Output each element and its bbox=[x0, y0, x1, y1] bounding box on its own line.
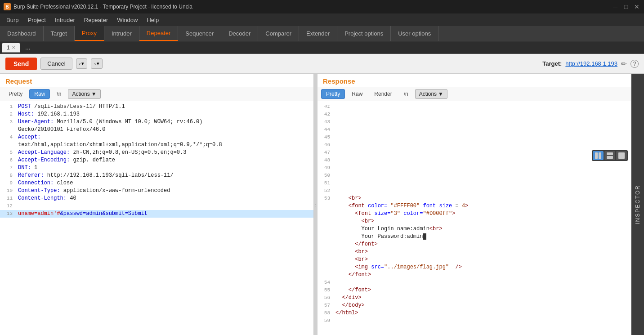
request-tab-raw[interactable]: Raw bbox=[29, 89, 50, 99]
main-tab-bar: Dashboard Target Proxy Intruder Repeater… bbox=[0, 26, 644, 41]
req-line-5: 5 Accept-Language: zh-CN,zh;q=0.8,en-US;… bbox=[0, 149, 313, 156]
resp-line-42: 42 bbox=[318, 111, 631, 118]
inspector-panel: INSPECTOR bbox=[631, 74, 644, 335]
response-tab-render[interactable]: Render bbox=[369, 89, 397, 99]
close-button[interactable]: ✕ bbox=[633, 3, 640, 10]
req-line-4: 4 Accept: bbox=[0, 134, 313, 141]
tab-decoder[interactable]: Decoder bbox=[221, 26, 258, 41]
resp-line-53: 53 <br> bbox=[318, 195, 631, 202]
request-tab-pretty[interactable]: Pretty bbox=[4, 89, 27, 99]
response-actions-button[interactable]: Actions ▼ bbox=[415, 89, 447, 99]
target-url: http://192.168.1.193 bbox=[565, 60, 617, 67]
minimize-button[interactable]: ─ bbox=[612, 3, 619, 10]
titlebar: B Burp Suite Professional v2020.12.1 - T… bbox=[0, 0, 644, 13]
split-horizontal-button[interactable] bbox=[593, 151, 604, 160]
send-button[interactable]: Send bbox=[5, 58, 37, 70]
request-panel: Request Pretty Raw \n Actions ▼ 1 POST /… bbox=[0, 74, 314, 335]
tab-dashboard[interactable]: Dashboard bbox=[0, 26, 44, 41]
maximize-button[interactable]: □ bbox=[622, 3, 630, 10]
panel-divider[interactable]: ⋮ bbox=[314, 74, 318, 335]
resp-line-53k: </font> bbox=[318, 271, 631, 279]
response-tab-raw[interactable]: Raw bbox=[347, 89, 367, 99]
request-actions-button[interactable]: Actions ▼ bbox=[68, 89, 100, 99]
resp-line-54: 54 bbox=[318, 279, 631, 286]
req-line-13: 13 uname=admin'#&passwd=admin&submit=Sub… bbox=[0, 210, 313, 218]
menubar: Burp Project Intruder Repeater Window He… bbox=[0, 13, 644, 26]
response-code-area[interactable]: 41 42 43 44 45 46 bbox=[318, 101, 631, 335]
tab-intruder[interactable]: Intruder bbox=[104, 26, 139, 41]
req-line-12: 12 bbox=[0, 202, 313, 210]
menu-window[interactable]: Window bbox=[112, 15, 142, 25]
req-line-3: 3 User-Agent: Mozilla/5.0 (Windows NT 10… bbox=[0, 118, 313, 126]
actions-chevron-icon: ▼ bbox=[91, 91, 97, 97]
req-line-11: 11 Content-Length: 40 bbox=[0, 195, 313, 202]
resp-line-55: 55 </font> bbox=[318, 286, 631, 294]
repeater-toolbar: Send Cancel ‹ ▾ › ▾ Target: http://192.1… bbox=[0, 54, 644, 74]
req-line-4b: text/html,application/xhtml+xml,applicat… bbox=[0, 141, 313, 149]
target-info: Target: http://192.168.1.193 ✏ ? bbox=[542, 60, 639, 68]
nav-next-button[interactable]: › ▾ bbox=[91, 58, 103, 69]
svg-rect-3 bbox=[607, 156, 613, 159]
svg-rect-1 bbox=[599, 152, 601, 159]
tab-project-options[interactable]: Project options bbox=[337, 26, 391, 41]
req-line-2: 2 Host: 192.168.1.193 bbox=[0, 111, 313, 118]
actions-chevron-icon2: ▼ bbox=[438, 91, 443, 97]
help-icon[interactable]: ? bbox=[631, 60, 639, 68]
repeater-tab-strip: 1 ✕ … bbox=[0, 41, 644, 54]
resp-line-50: 50 bbox=[318, 172, 631, 179]
request-title: Request bbox=[0, 74, 313, 87]
menu-help[interactable]: Help bbox=[142, 15, 163, 25]
inspector-label: INSPECTOR bbox=[635, 185, 641, 224]
request-tab-newline[interactable]: \n bbox=[52, 89, 66, 99]
response-panel: Response Pretty Raw Render \n Actions ▼ … bbox=[318, 74, 631, 335]
resp-line-53f: Your Password:admin bbox=[318, 233, 631, 241]
dropdown-arrow-icon: ▾ bbox=[81, 61, 84, 67]
edit-target-icon[interactable]: ✏ bbox=[621, 60, 627, 68]
response-tab-newline[interactable]: \n bbox=[399, 89, 413, 99]
actions-label2: Actions bbox=[419, 91, 437, 97]
app-icon: B bbox=[4, 3, 11, 10]
resp-line-59: 59 bbox=[318, 317, 631, 325]
svg-rect-4 bbox=[618, 152, 625, 159]
tab-comparer[interactable]: Comparer bbox=[258, 26, 299, 41]
resp-line-53e: Your Login name:admin<br> bbox=[318, 225, 631, 233]
cancel-button[interactable]: Cancel bbox=[40, 58, 72, 70]
resp-line-49: 49 bbox=[318, 164, 631, 172]
request-code-area[interactable]: 1 POST /sqli-labs/Less-11/ HTTP/1.1 2 Ho… bbox=[0, 101, 313, 335]
resp-line-58: 58 </html> bbox=[318, 309, 631, 317]
resp-line-53c: <font size="3" color="#D000ff"> bbox=[318, 210, 631, 218]
response-tab-bar: Pretty Raw Render \n Actions ▼ bbox=[318, 87, 631, 101]
response-title: Response bbox=[318, 74, 631, 87]
resp-line-48: 48 bbox=[318, 156, 631, 164]
response-tab-pretty[interactable]: Pretty bbox=[321, 89, 345, 99]
resp-line-53h: <br> bbox=[318, 248, 631, 256]
chevron-right-icon: › bbox=[94, 61, 96, 67]
nav-prev-button[interactable]: ‹ ▾ bbox=[76, 58, 88, 69]
resp-line-46: 46 bbox=[318, 141, 631, 149]
menu-intruder[interactable]: Intruder bbox=[50, 15, 80, 25]
tab-user-options[interactable]: User options bbox=[391, 26, 438, 41]
tab-sequencer[interactable]: Sequencer bbox=[178, 26, 221, 41]
actions-label: Actions bbox=[72, 91, 89, 97]
repeater-tab-1[interactable]: 1 ✕ bbox=[2, 43, 20, 53]
req-line-10: 10 Content-Type: application/x-www-form-… bbox=[0, 187, 313, 195]
tab-repeater[interactable]: Repeater bbox=[139, 26, 178, 41]
app-title: Burp Suite Professional v2020.12.1 - Tem… bbox=[13, 4, 612, 10]
req-line-1: 1 POST /sqli-labs/Less-11/ HTTP/1.1 bbox=[0, 103, 313, 111]
split-vertical-button[interactable] bbox=[604, 151, 615, 160]
resp-line-53g: </font> bbox=[318, 241, 631, 248]
repeater-tab-ellipsis[interactable]: … bbox=[20, 43, 36, 53]
req-line-7: 7 DNT: 1 bbox=[0, 164, 313, 172]
menu-repeater[interactable]: Repeater bbox=[80, 15, 112, 25]
tab-proxy[interactable]: Proxy bbox=[75, 26, 104, 41]
menu-burp[interactable]: Burp bbox=[2, 15, 23, 25]
menu-project[interactable]: Project bbox=[23, 15, 50, 25]
resp-line-53d: <br> bbox=[318, 218, 631, 225]
resp-line-53j: <img src="../images/flag.jpg" /> bbox=[318, 264, 631, 271]
tab-target[interactable]: Target bbox=[44, 26, 75, 41]
single-view-button[interactable] bbox=[616, 151, 627, 160]
tab-extender[interactable]: Extender bbox=[299, 26, 337, 41]
req-line-6: 6 Accept-Encoding: gzip, deflate bbox=[0, 156, 313, 164]
req-line-8: 8 Referer: http://192.168.1.193/sqli-lab… bbox=[0, 172, 313, 179]
close-tab-1-icon[interactable]: ✕ bbox=[12, 45, 15, 50]
